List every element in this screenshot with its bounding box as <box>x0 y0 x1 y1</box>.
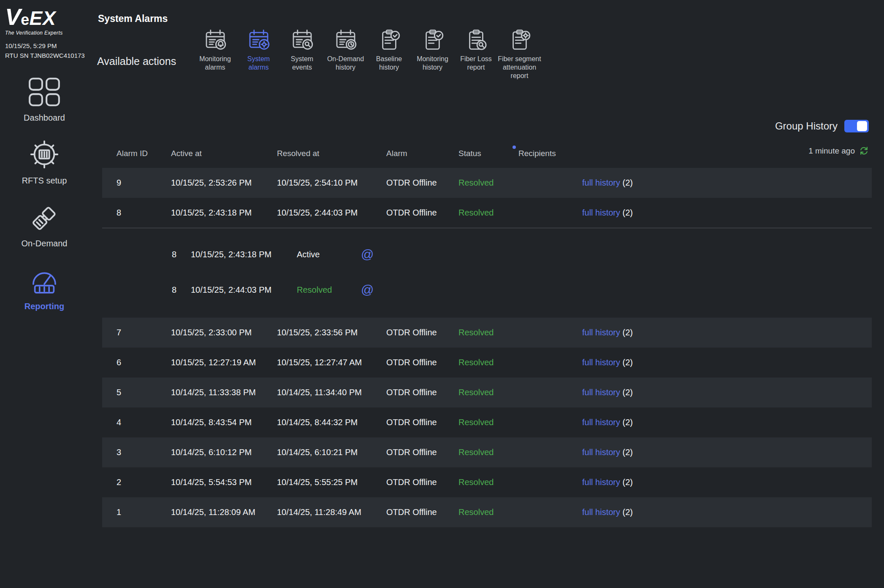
calendar-clock-icon <box>334 28 358 51</box>
history-status-cell: Resolved <box>297 285 361 295</box>
alarm-cell: OTDR Offline <box>386 388 458 397</box>
calendar-bell-icon <box>203 28 227 51</box>
status-cell: Resolved <box>458 388 518 397</box>
table-header: Alarm ID Active at Resolved at Alarm Sta… <box>102 143 872 165</box>
clipboard-gear-icon <box>508 28 531 51</box>
alarm-id-cell: 9 <box>117 178 171 188</box>
full-history-link[interactable]: full history <box>582 477 620 487</box>
recipients-cell: full history (2) <box>518 358 872 367</box>
col-alarm: Alarm <box>386 149 458 158</box>
resolved-at-cell: 10/15/25, 2:33:56 PM <box>277 328 386 337</box>
recipients-cell: full history (2) <box>518 388 872 397</box>
full-history-link[interactable]: full history <box>582 507 620 517</box>
active-at-cell: 10/15/25, 2:43:18 PM <box>171 208 277 218</box>
group-history-control: Group History <box>775 120 869 132</box>
status-cell: Resolved <box>458 418 518 427</box>
alarm-row[interactable]: 1 10/14/25, 11:28:09 AM 10/14/25, 11:28:… <box>102 497 872 527</box>
active-at-cell: 10/15/25, 12:27:19 AM <box>171 358 277 367</box>
group-history-toggle[interactable] <box>844 120 869 132</box>
alarm-row[interactable]: 6 10/15/25, 12:27:19 AM 10/15/25, 12:27:… <box>102 348 872 378</box>
device-datetime: 10/15/25, 5:29 PM <box>5 42 89 49</box>
resolved-at-cell: 10/14/25, 11:28:49 AM <box>277 507 386 517</box>
alarm-cell: OTDR Offline <box>386 507 458 517</box>
recipients-cell: full history (2) <box>518 178 872 188</box>
history-status-cell: Active <box>297 250 361 259</box>
recipients-at-icon[interactable]: @ <box>361 283 386 297</box>
status-cell: Resolved <box>458 358 518 367</box>
alarm-cell: OTDR Offline <box>386 328 458 337</box>
active-at-cell: 10/14/25, 11:28:09 AM <box>171 507 277 517</box>
sidebar-item-on-demand[interactable]: On-Demand <box>22 202 68 248</box>
veex-logo: VeEX The Verification Experts <box>5 5 89 35</box>
full-history-link[interactable]: full history <box>582 208 620 217</box>
sidebar-nav: Dashboard RFTS setup <box>5 76 84 327</box>
alarm-id-cell: 4 <box>117 418 171 427</box>
alarm-row[interactable]: 9 10/15/25, 2:53:26 PM 10/15/25, 2:54:10… <box>102 168 872 198</box>
recipients-cell: full history (2) <box>518 507 872 517</box>
sidebar-item-label: Reporting <box>24 302 64 311</box>
alarm-cell: OTDR Offline <box>386 208 458 218</box>
device-serial: RTU SN TJNB02WC410173 <box>5 52 89 59</box>
logo-letter-e: e <box>21 11 29 28</box>
alarm-id-cell: 6 <box>117 358 171 367</box>
available-actions-label: Available actions <box>97 55 176 67</box>
alarm-row[interactable]: 2 10/14/25, 5:54:53 PM 10/14/25, 5:55:25… <box>102 467 872 497</box>
alarm-row[interactable]: 3 10/14/25, 6:10:12 PM 10/14/25, 6:10:21… <box>102 437 872 467</box>
status-cell: Resolved <box>458 448 518 457</box>
on-demand-connector-icon <box>27 202 62 235</box>
sidebar-item-dashboard[interactable]: Dashboard <box>24 76 65 123</box>
col-active-at: Active at <box>171 149 277 158</box>
history-id-cell: 8 <box>172 285 191 295</box>
resolved-at-cell: 10/15/25, 2:44:03 PM <box>277 208 386 218</box>
alarm-row[interactable]: 8 10/15/25, 2:43:18 PM 10/15/25, 2:44:03… <box>102 198 872 228</box>
sidebar-item-reporting[interactable]: Reporting <box>24 264 64 311</box>
recipients-at-icon[interactable]: @ <box>361 247 386 262</box>
sidebar-item-label: On-Demand <box>22 239 68 248</box>
alarm-row[interactable]: 5 10/14/25, 11:33:38 PM 10/14/25, 11:34:… <box>102 378 872 407</box>
resolved-at-cell: 10/14/25, 6:10:21 PM <box>277 448 386 457</box>
action-monitoring-history[interactable]: Monitoring history <box>411 28 454 72</box>
dashboard-icon <box>27 76 62 109</box>
main-content: System Alarms Available actions Monitori… <box>89 0 884 588</box>
calendar-search-icon <box>290 28 314 51</box>
resolved-at-cell: 10/14/25, 8:44:32 PM <box>277 418 386 427</box>
recipients-cell: full history (2) <box>518 328 872 337</box>
full-history-link[interactable]: full history <box>582 358 620 367</box>
recipients-indicator-dot <box>513 146 516 149</box>
alarm-row[interactable]: 7 10/15/25, 2:33:00 PM 10/15/25, 2:33:56… <box>102 318 872 348</box>
active-at-cell: 10/15/25, 2:53:26 PM <box>171 178 277 188</box>
status-cell: Resolved <box>458 507 518 517</box>
alarm-cell: OTDR Offline <box>386 448 458 457</box>
action-system-events[interactable]: System events <box>280 28 324 72</box>
full-history-link[interactable]: full history <box>582 328 620 337</box>
action-monitoring-alarms[interactable]: Monitoring alarms <box>193 28 237 72</box>
sidebar-item-label: RFTS setup <box>22 176 67 186</box>
col-recipients: Recipients <box>518 149 872 158</box>
clipboard-check-icon <box>421 28 445 51</box>
active-at-cell: 10/14/25, 8:43:54 PM <box>171 418 277 427</box>
action-baseline-history[interactable]: Baseline history <box>367 28 411 72</box>
col-alarm-id: Alarm ID <box>117 149 171 158</box>
app-window: VeEX The Verification Experts 10/15/25, … <box>0 0 884 588</box>
clipboard-search-icon <box>464 28 488 51</box>
alarm-id-cell: 5 <box>117 388 171 397</box>
alarm-cell: OTDR Offline <box>386 358 458 367</box>
page-title: System Alarms <box>98 13 168 24</box>
recipients-cell: full history (2) <box>518 208 872 218</box>
full-history-link[interactable]: full history <box>582 418 620 427</box>
action-fiber-segment-attenuation-report[interactable]: Fiber segment attenuation report <box>498 28 541 80</box>
full-history-link[interactable]: full history <box>582 388 620 397</box>
full-history-link[interactable]: full history <box>582 178 620 187</box>
status-cell: Resolved <box>458 477 518 487</box>
action-system-alarms[interactable]: System alarms <box>237 28 280 72</box>
action-on-demand-history[interactable]: On-Demand history <box>324 28 367 72</box>
alarm-row[interactable]: 4 10/14/25, 8:43:54 PM 10/14/25, 8:44:32… <box>102 407 872 437</box>
alarm-cell: OTDR Offline <box>386 477 458 487</box>
col-resolved-at: Resolved at <box>277 149 386 158</box>
clipboard-check-icon <box>377 28 401 51</box>
full-history-link[interactable]: full history <box>582 448 620 457</box>
recipients-cell: full history (2) <box>518 418 872 427</box>
action-fiber-loss-report[interactable]: Fiber Loss report <box>454 28 498 72</box>
sidebar: VeEX The Verification Experts 10/15/25, … <box>0 0 89 588</box>
sidebar-item-rfts-setup[interactable]: RFTS setup <box>22 139 67 186</box>
